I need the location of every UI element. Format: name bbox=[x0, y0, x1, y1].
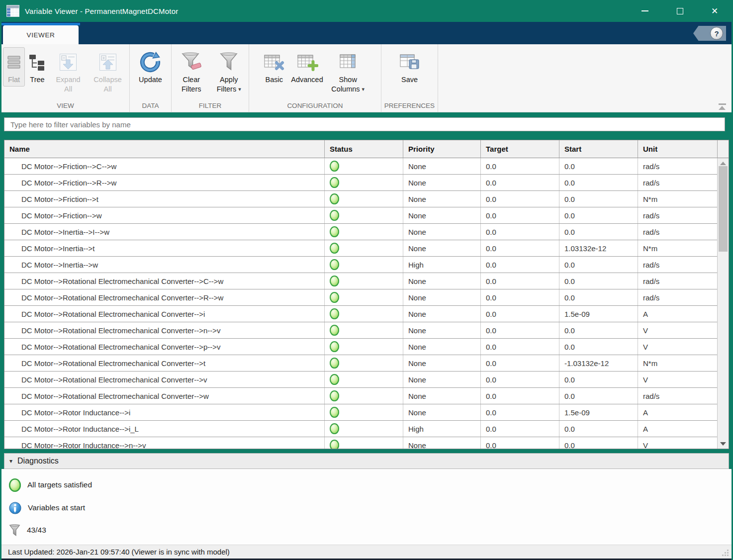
table-row[interactable]: DC Motor-->Rotational Electromechanical … bbox=[4, 273, 729, 289]
table-row[interactable]: DC Motor-->Friction-->R-->w None 0.0 0.0… bbox=[4, 175, 729, 191]
ribbon-section-data: Update DATA bbox=[130, 44, 172, 112]
save-icon bbox=[399, 49, 421, 75]
cell-name: DC Motor-->Rotor Inductance-->i bbox=[4, 404, 325, 420]
maximize-icon bbox=[677, 8, 683, 14]
table-row[interactable]: DC Motor-->Rotational Electromechanical … bbox=[4, 289, 729, 306]
show-columns-button[interactable]: Show Columns ▾ bbox=[327, 47, 369, 96]
flat-label: Flat bbox=[8, 75, 20, 85]
tab-viewer[interactable]: VIEWER bbox=[3, 25, 79, 44]
expand-all-icon bbox=[59, 49, 78, 75]
table-row[interactable]: DC Motor-->Friction-->w None 0.0 0.0 rad… bbox=[4, 207, 729, 224]
cell-unit: N*m bbox=[638, 191, 718, 207]
status-ok-icon bbox=[330, 440, 339, 449]
close-icon: ✕ bbox=[711, 7, 718, 15]
status-ok-icon bbox=[330, 407, 339, 418]
diagnostics-item-filter-count: 43/43 bbox=[9, 523, 46, 537]
table-row[interactable]: DC Motor-->Rotational Electromechanical … bbox=[4, 322, 729, 339]
save-button[interactable]: Save bbox=[396, 47, 423, 87]
tab-strip: VIEWER ? bbox=[1, 22, 732, 44]
cell-name: DC Motor-->Rotational Electromechanical … bbox=[4, 322, 325, 338]
cell-start: 0.0 bbox=[559, 437, 638, 449]
table-row[interactable]: DC Motor-->Rotational Electromechanical … bbox=[4, 388, 729, 404]
cell-priority: None bbox=[403, 289, 481, 305]
cell-status bbox=[325, 372, 403, 387]
table-row[interactable]: DC Motor-->Rotational Electromechanical … bbox=[4, 355, 729, 372]
flat-icon bbox=[5, 49, 22, 75]
table-row[interactable]: DC Motor-->Friction-->t None 0.0 0.0 N*m bbox=[4, 191, 729, 207]
maximize-button[interactable] bbox=[662, 0, 697, 22]
flat-button[interactable]: Flat bbox=[3, 47, 25, 87]
minimize-button[interactable] bbox=[628, 0, 662, 22]
clear-filters-button[interactable]: Clear Filters bbox=[173, 47, 210, 96]
ribbon-section-view: Flat Tree bbox=[1, 44, 130, 112]
cell-unit: rad/s bbox=[638, 257, 718, 273]
table-row[interactable]: DC Motor-->Rotor Inductance-->i_L High 0… bbox=[4, 421, 729, 437]
cell-start: 0.0 bbox=[559, 158, 638, 174]
table-row[interactable]: DC Motor-->Rotational Electromechanical … bbox=[4, 306, 729, 322]
table-row[interactable]: DC Motor-->Friction-->C-->w None 0.0 0.0… bbox=[4, 158, 729, 175]
cell-name: DC Motor-->Rotor Inductance-->n-->v bbox=[4, 437, 325, 449]
cell-start: 0.0 bbox=[559, 421, 638, 437]
diagnostics-panel bbox=[1, 469, 732, 545]
cell-start: 0.0 bbox=[559, 322, 638, 338]
window-border-left bbox=[0, 22, 1, 560]
cell-priority: None bbox=[403, 224, 481, 240]
basic-configuration-icon bbox=[263, 49, 285, 75]
cell-unit: A bbox=[638, 421, 718, 437]
column-header-start[interactable]: Start bbox=[559, 140, 638, 158]
filter-variables-input[interactable] bbox=[4, 117, 725, 131]
cell-priority: None bbox=[403, 322, 481, 338]
column-header-unit[interactable]: Unit bbox=[638, 140, 718, 158]
tree-icon bbox=[28, 49, 46, 75]
section-label-preferences: PREFERENCES bbox=[381, 102, 438, 112]
column-header-status[interactable]: Status bbox=[325, 140, 403, 158]
collapse-all-button[interactable]: Collapse All bbox=[88, 47, 128, 96]
table-row[interactable]: DC Motor-->Rotational Electromechanical … bbox=[4, 372, 729, 388]
cell-start: 0.0 bbox=[559, 191, 638, 207]
status-ok-icon bbox=[9, 478, 21, 492]
cell-status bbox=[325, 437, 403, 449]
basic-button[interactable]: Basic bbox=[261, 47, 287, 87]
scroll-down-button[interactable] bbox=[718, 439, 729, 449]
cell-status bbox=[325, 404, 403, 420]
cell-status bbox=[325, 224, 403, 240]
update-label: Update bbox=[139, 75, 162, 85]
ribbon-section-filter: Clear Filters Apply Filters ▾ FILTER bbox=[172, 44, 249, 112]
cell-unit: rad/s bbox=[638, 224, 718, 240]
table-row[interactable]: DC Motor-->Inertia-->I-->w None 0.0 0.0 … bbox=[4, 224, 729, 240]
resize-grip[interactable] bbox=[722, 550, 729, 557]
cell-status bbox=[325, 191, 403, 207]
expand-all-button[interactable]: Expand All bbox=[50, 47, 87, 96]
cell-unit: A bbox=[638, 404, 718, 420]
status-ok-icon bbox=[330, 161, 339, 172]
status-ok-icon bbox=[330, 358, 339, 369]
table-row[interactable]: DC Motor-->Rotational Electromechanical … bbox=[4, 339, 729, 355]
variable-viewer-app-icon bbox=[6, 5, 19, 17]
cell-target: 0.0 bbox=[481, 404, 559, 420]
collapse-ribbon-button[interactable] bbox=[718, 103, 727, 110]
cell-unit: V bbox=[638, 322, 718, 338]
status-ok-icon bbox=[330, 423, 339, 434]
cell-name: DC Motor-->Rotor Inductance-->i_L bbox=[4, 421, 325, 437]
advanced-configuration-icon bbox=[296, 49, 318, 75]
advanced-button[interactable]: Advanced bbox=[288, 47, 326, 87]
table-row[interactable]: DC Motor-->Inertia-->w High 0.0 0.0 rad/… bbox=[4, 257, 729, 273]
cell-status bbox=[325, 339, 403, 355]
apply-filters-button[interactable]: Apply Filters ▾ bbox=[211, 47, 248, 96]
apply-filters-dropdown-icon: ▾ bbox=[238, 86, 241, 93]
update-button[interactable]: Update bbox=[136, 47, 165, 87]
tree-button[interactable]: Tree bbox=[26, 47, 49, 87]
scrollbar-thumb[interactable] bbox=[719, 166, 728, 252]
cell-target: 0.0 bbox=[481, 306, 559, 322]
column-header-priority[interactable]: Priority bbox=[403, 140, 481, 158]
vertical-scrollbar[interactable] bbox=[717, 158, 729, 449]
table-row[interactable]: DC Motor-->Rotor Inductance-->i None 0.0… bbox=[4, 404, 729, 421]
table-row[interactable]: DC Motor-->Rotor Inductance-->n-->v None… bbox=[4, 437, 729, 449]
diagnostics-header[interactable]: ▾ Diagnostics bbox=[4, 453, 729, 469]
close-button[interactable]: ✕ bbox=[697, 0, 732, 22]
column-header-target[interactable]: Target bbox=[481, 140, 559, 158]
help-button[interactable]: ? bbox=[693, 26, 726, 41]
table-row[interactable]: DC Motor-->Inertia-->t None 0.0 1.03132e… bbox=[4, 240, 729, 257]
cell-target: 0.0 bbox=[481, 273, 559, 289]
column-header-name[interactable]: Name bbox=[4, 140, 325, 158]
